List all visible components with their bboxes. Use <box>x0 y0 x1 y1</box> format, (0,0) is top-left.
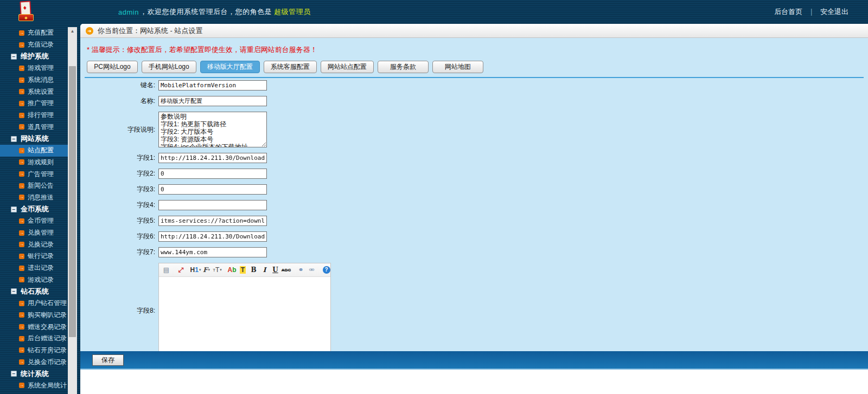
dropdown-caret-icon: ▾ <box>220 268 222 272</box>
field7-input[interactable] <box>158 247 267 257</box>
sidebar-item-3[interactable]: →游戏管理 <box>0 62 68 74</box>
link-separator: ｜ <box>808 7 815 17</box>
help-circle: ? <box>323 266 330 274</box>
scrollbar-thumb[interactable] <box>69 66 76 337</box>
orange-arrow-icon: → <box>19 218 24 224</box>
sidebar-section-2[interactable]: −维护系统 <box>0 50 68 62</box>
collapse-minus-icon: − <box>11 206 17 212</box>
tab-2[interactable]: 移动版大厅配置 <box>200 61 260 73</box>
display-name-input[interactable] <box>158 96 267 106</box>
sidebar-item-20[interactable]: →进出记录 <box>0 262 68 274</box>
sidebar-item-28[interactable]: →兑换金币记录 <box>0 356 68 368</box>
sidebar-item-12[interactable]: →广告管理 <box>0 168 68 180</box>
field5-input[interactable] <box>158 216 267 226</box>
sidebar-section-29[interactable]: −统计系统 <box>0 368 68 380</box>
sidebar-item-7[interactable]: →排行管理 <box>0 109 68 121</box>
welcome-text: ，欢迎您使用系统管理后台，您的角色是 <box>140 7 272 17</box>
form-row-field3: 字段3: <box>85 184 864 195</box>
orange-arrow-icon: → <box>19 195 24 200</box>
heading-dropdown-icon[interactable]: H1▾ <box>190 264 201 275</box>
sidebar-item-8[interactable]: →道具管理 <box>0 121 68 133</box>
sidebar-item-5[interactable]: →系统设置 <box>0 86 68 98</box>
unlink-icon[interactable]: ⚮ <box>307 264 317 275</box>
field-description-textarea[interactable] <box>158 112 267 147</box>
orange-arrow-icon: → <box>19 66 24 71</box>
strikethrough-icon[interactable]: ABC <box>281 264 291 275</box>
tab-4[interactable]: 网站站点配置 <box>321 61 374 73</box>
richtext-editor: ▤⤢H1▾F▾TT▾AbTBIUABC⚭⚮?◢ <box>158 263 331 351</box>
link-safe-logout[interactable]: 安全退出 <box>820 7 848 17</box>
tab-6[interactable]: 网站地图 <box>432 61 483 73</box>
key-name-input[interactable] <box>158 80 267 91</box>
sidebar-item-6[interactable]: →推广管理 <box>0 98 68 109</box>
orange-arrow-icon: → <box>19 230 24 236</box>
tab-0[interactable]: PC网站Logo <box>87 61 138 73</box>
source-icon[interactable]: ▤ <box>161 264 171 275</box>
sidebar-item-18[interactable]: →兑换记录 <box>0 238 68 250</box>
tabs-divider <box>85 77 864 78</box>
collapse-minus-icon: − <box>11 54 17 60</box>
sidebar-item-25[interactable]: →赠送交易记录 <box>0 321 68 333</box>
form-row-field1: 字段1: <box>85 153 864 163</box>
orange-arrow-icon: → <box>19 277 24 282</box>
underline-icon[interactable]: U <box>270 264 280 275</box>
editor-content[interactable] <box>159 277 330 351</box>
sidebar-item-label: 游戏记录 <box>28 275 54 285</box>
fontname-dropdown-icon[interactable]: F▾ <box>201 264 212 275</box>
save-button[interactable]: 保存 <box>92 354 124 366</box>
sidebar-item-4[interactable]: →系统消息 <box>0 74 68 86</box>
orange-arrow-icon: → <box>19 124 24 130</box>
fullscreen-icon[interactable]: ⤢ <box>176 264 186 275</box>
sidebar-section-9[interactable]: −网站系统 <box>0 133 68 145</box>
field2-input[interactable] <box>158 169 267 179</box>
scroll-up-icon[interactable]: ▲ <box>68 27 77 35</box>
sidebar-item-27[interactable]: →钻石开房记录 <box>0 345 68 357</box>
sidebar-item-0[interactable]: →充值配置 <box>0 27 68 39</box>
help-icon[interactable]: ? <box>321 264 331 275</box>
fontsize-dropdown-icon[interactable]: TT▾ <box>212 264 222 275</box>
field4-input[interactable] <box>158 200 267 210</box>
sidebar-item-14[interactable]: →消息推送 <box>0 192 68 204</box>
sidebar-section-15[interactable]: −金币系统 <box>0 203 68 215</box>
sidebar-section-label: 金币系统 <box>21 204 49 214</box>
italic-icon[interactable]: I <box>259 264 270 275</box>
sidebar-item-label: 充值配置 <box>28 28 54 37</box>
orange-arrow-icon: → <box>19 359 24 365</box>
sidebar-section-label: 网站系统 <box>21 134 49 144</box>
sidebar-item-label: 兑换管理 <box>28 228 54 237</box>
orange-arrow-icon: → <box>19 347 24 353</box>
sidebar-item-1[interactable]: →充值记录 <box>0 39 68 51</box>
topbar-links: 后台首页 ｜ 安全退出 <box>774 0 848 24</box>
field1-input[interactable] <box>158 153 267 163</box>
welcome-message: admin，欢迎您使用系统管理后台，您的角色是超级管理员 <box>118 0 310 24</box>
link-backend-home[interactable]: 后台首页 <box>774 7 802 17</box>
tab-3[interactable]: 系统客服配置 <box>264 61 317 73</box>
sidebar-item-24[interactable]: →购买喇叭记录 <box>0 309 68 321</box>
sidebar-scrollbar[interactable]: ▲ <box>68 27 77 394</box>
orange-arrow-icon: → <box>19 242 24 247</box>
sidebar-item-16[interactable]: →金币管理 <box>0 215 68 227</box>
tab-1[interactable]: 手机网站Logo <box>142 61 196 73</box>
sidebar-item-30[interactable]: →系统全局统计 <box>0 380 68 392</box>
sidebar-item-23[interactable]: →用户钻石管理 <box>0 298 68 309</box>
sidebar-item-10[interactable]: →站点配置 <box>0 145 68 157</box>
sidebar-item-label: 金币管理 <box>28 216 54 225</box>
sidebar-item-13[interactable]: →新闻公告 <box>0 180 68 192</box>
sidebar-item-19[interactable]: →银行记录 <box>0 250 68 262</box>
link-icon[interactable]: ⚭ <box>296 264 306 275</box>
bold-icon[interactable]: B <box>248 264 259 275</box>
sidebar-item-21[interactable]: →游戏记录 <box>0 274 68 286</box>
field3-input[interactable] <box>158 184 267 195</box>
field6-input[interactable] <box>158 231 267 242</box>
sidebar-item-11[interactable]: →游戏规则 <box>0 157 68 169</box>
sidebar-item-26[interactable]: →后台赠送记录 <box>0 333 68 345</box>
label-field3: 字段3: <box>85 185 158 194</box>
orange-arrow-icon: → <box>19 171 24 177</box>
save-bar: 保存 <box>80 351 868 370</box>
label-field1: 字段1: <box>85 153 158 163</box>
sidebar-section-22[interactable]: −钻石系统 <box>0 286 68 298</box>
highlight-color-icon[interactable]: T <box>238 264 248 275</box>
sidebar-item-17[interactable]: →兑换管理 <box>0 227 68 239</box>
text-color-icon[interactable]: Ab <box>227 264 237 275</box>
tab-5[interactable]: 服务条款 <box>378 61 429 73</box>
